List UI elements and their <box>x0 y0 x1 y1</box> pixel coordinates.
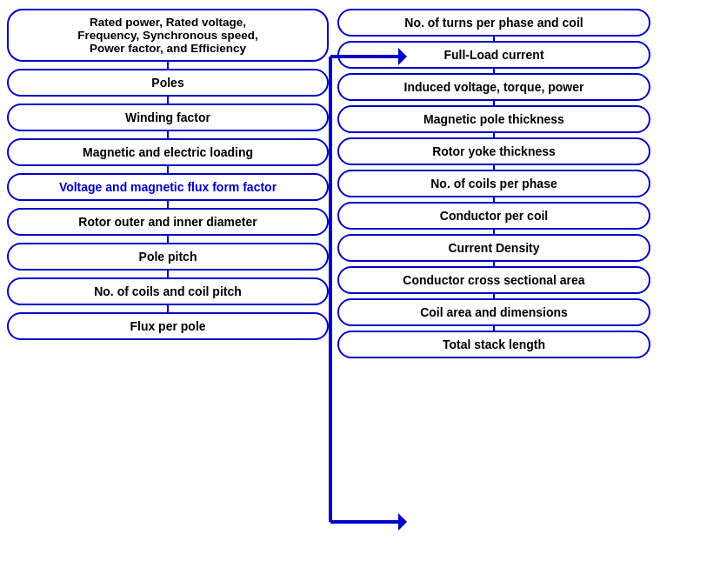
rotor-yoke-box: Rotor yoke thickness <box>337 137 650 165</box>
connector-pole-pitch <box>167 271 169 277</box>
poles-box: Poles <box>7 69 329 97</box>
magnetic-electric-box: Magnetic and electric loading <box>7 138 329 166</box>
current-density-box: Current Density <box>337 234 650 262</box>
rotor-diameter-box: Rotor outer and inner diameter <box>7 208 329 236</box>
conductor-area-box: Conductor cross sectional area <box>337 266 650 294</box>
pole-pitch-box: Pole pitch <box>7 243 329 271</box>
right-column: No. of turns per phase and coilFull-Load… <box>337 9 650 579</box>
connector-voltage-flux <box>167 201 169 208</box>
rated-power-box: Rated power, Rated voltage, Frequency, S… <box>7 9 329 62</box>
connector-coils-pitch <box>167 305 169 312</box>
full-load-box: Full-Load current <box>337 41 650 69</box>
conductor-coil-box: Conductor per coil <box>337 202 650 230</box>
left-column: Rated power, Rated voltage, Frequency, S… <box>7 9 329 579</box>
coils-phase-box: No. of coils per phase <box>337 170 650 197</box>
connector-rated-power <box>167 62 169 69</box>
coil-area-box: Coil area and dimensions <box>337 298 650 326</box>
voltage-flux-box: Voltage and magnetic flux form factor <box>7 173 329 201</box>
total-stack-box: Total stack length <box>337 331 650 358</box>
winding-factor-box: Winding factor <box>7 104 329 131</box>
main-diagram: Rated power, Rated voltage, Frequency, S… <box>0 0 720 588</box>
flux-pole-box: Flux per pole <box>7 312 329 340</box>
connector-magnetic-electric <box>167 166 169 173</box>
turns-phase-box: No. of turns per phase and coil <box>337 9 650 37</box>
connector-winding-factor <box>167 131 169 138</box>
induced-voltage-box: Induced voltage, torque, power <box>337 73 650 101</box>
connector-poles <box>167 97 169 104</box>
mag-pole-thickness-box: Magnetic pole thickness <box>337 105 650 133</box>
coils-pitch-box: No. of coils and coil pitch <box>7 277 329 305</box>
connector-rotor-diameter <box>167 236 169 243</box>
